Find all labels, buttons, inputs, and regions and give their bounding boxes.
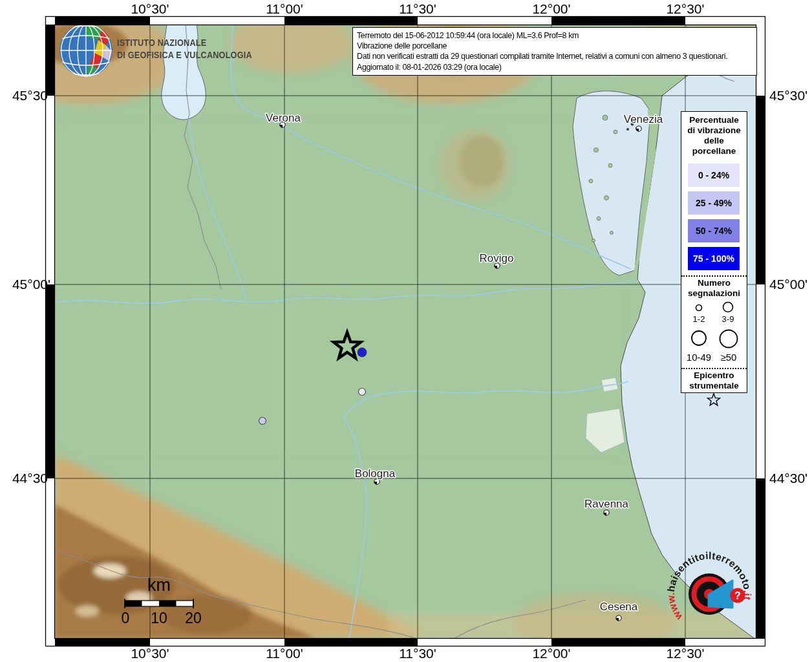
scalebar-tick-20: 20 bbox=[185, 610, 202, 626]
tick-left-2: 44°30' bbox=[12, 471, 50, 486]
legend-title-line: porcellane bbox=[681, 146, 747, 156]
counts-title-line: Numero bbox=[681, 278, 747, 288]
city-label-cesena: Cesena bbox=[600, 601, 638, 613]
report-dot-mid bbox=[259, 418, 266, 425]
legend-separator bbox=[681, 275, 747, 277]
legend-class-0: 0 - 24% bbox=[688, 164, 740, 187]
legend-title-line: di vibrazione bbox=[681, 125, 747, 135]
legend-class-3: 75 - 100% bbox=[688, 247, 740, 270]
city-marker-bologna bbox=[374, 479, 379, 484]
earthquake-info-box: Terremoto del 15-06-2012 10:59:44 (ora l… bbox=[352, 27, 757, 76]
count-circle-10-49 bbox=[692, 331, 706, 345]
tick-bottom-4: 12°30' bbox=[666, 646, 704, 661]
counts-symbols: 1-2 3-9 10-49 ≥50 bbox=[681, 301, 746, 365]
scalebar-tick-10: 10 bbox=[151, 610, 167, 626]
city-label-verona: Verona bbox=[266, 112, 301, 124]
count-label-1-2: 1-2 bbox=[693, 314, 705, 324]
legend-title-line: delle bbox=[681, 136, 747, 145]
tick-bottom-2: 11°30' bbox=[399, 646, 436, 661]
tick-top-4: 12°30' bbox=[666, 1, 704, 16]
count-circle-50 bbox=[720, 330, 738, 348]
report-dot-high bbox=[358, 348, 367, 357]
tick-top-3: 12°00' bbox=[532, 1, 570, 16]
scalebar-tick-0: 0 bbox=[122, 610, 130, 626]
tick-bottom-3: 12°00' bbox=[532, 646, 570, 661]
ingv-wordmark-line1: ISTITUTO NAZIONALE bbox=[117, 36, 252, 48]
count-label-50: ≥50 bbox=[721, 352, 737, 363]
epicenter-title-line: strumentale bbox=[681, 381, 747, 390]
legend-title-line: Percentuale bbox=[681, 115, 747, 125]
city-label-bologna: Bologna bbox=[355, 467, 396, 480]
city-label-ravenna: Ravenna bbox=[584, 498, 629, 510]
counts-title-line: segnalazioni bbox=[681, 288, 747, 298]
tick-right-2: 44°30' bbox=[769, 471, 807, 486]
city-marker-ravenna bbox=[604, 510, 609, 515]
tick-bottom-1: 11°00' bbox=[266, 646, 303, 661]
info-line-updated: Aggiornato il: 08-01-2026 03:29 (ora loc… bbox=[357, 62, 753, 72]
tick-top-2: 11°30' bbox=[399, 1, 436, 16]
question-badge-glyph: ? bbox=[734, 590, 741, 601]
ingv-wordmark: ISTITUTO NAZIONALE DI GEOFISICA E VULCAN… bbox=[117, 36, 252, 61]
count-label-3-9: 3-9 bbox=[722, 314, 734, 324]
city-marker-cesena bbox=[616, 615, 621, 621]
tick-top-0: 10°30' bbox=[131, 1, 169, 16]
city-marker-venezia bbox=[636, 126, 641, 131]
report-dot-low bbox=[359, 389, 366, 396]
tick-top-1: 11°00' bbox=[266, 1, 303, 16]
tick-bottom-0: 10°30' bbox=[131, 646, 169, 661]
scalebar-unit: km bbox=[147, 575, 171, 595]
ingv-wordmark-line2: DI GEOFISICA E VULCANOLOGIA bbox=[117, 48, 252, 61]
legend-separator bbox=[681, 368, 747, 369]
plain-softener bbox=[54, 123, 623, 459]
tick-left-0: 45°30' bbox=[12, 88, 50, 103]
city-label-rovigo: Rovigo bbox=[480, 252, 514, 264]
info-line-type: Vibrazione delle porcellane bbox=[357, 41, 753, 51]
count-circle-1-2 bbox=[696, 305, 702, 311]
tick-right-0: 45°30' bbox=[769, 88, 807, 103]
legend-panel: Percentuale di vibrazione delle porcella… bbox=[681, 111, 747, 393]
count-circle-3-9 bbox=[723, 303, 733, 312]
legend-class-2: 50 - 74% bbox=[688, 219, 740, 242]
count-label-10-49: 10-49 bbox=[687, 352, 711, 363]
ingv-globe-logo bbox=[59, 24, 112, 77]
terrain-layer: Verona Venezia Rovigo Bologna Ravenna Ce… bbox=[3, 10, 782, 651]
epicenter-title-line: Epicentro bbox=[681, 370, 747, 380]
info-line-event: Terremoto del 15-06-2012 10:59:44 (ora l… bbox=[357, 30, 753, 41]
info-line-source: Dati non verificati estratti da 29 quest… bbox=[357, 51, 753, 61]
tick-left-1: 45°00' bbox=[12, 277, 50, 292]
city-label-venezia: Venezia bbox=[624, 113, 663, 125]
epicenter-star-icon bbox=[706, 392, 721, 408]
tick-right-1: 45°00' bbox=[769, 277, 807, 292]
legend-class-1: 25 - 49% bbox=[688, 191, 740, 215]
screenshot-root: Verona Venezia Rovigo Bologna Ravenna Ce… bbox=[0, 0, 812, 662]
